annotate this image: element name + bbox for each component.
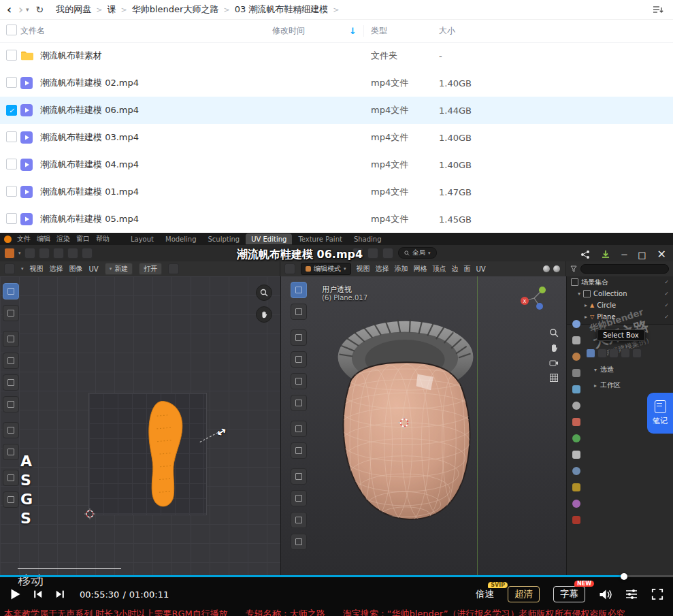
file-size: - xyxy=(432,51,507,61)
seek-bar[interactable] xyxy=(0,575,673,577)
breadcrumb-item-current[interactable]: 03 潮流帆布鞋精细建模 xyxy=(235,3,329,16)
file-size: 1.44GB xyxy=(432,106,507,116)
open-image-button: 打开 xyxy=(139,263,162,275)
prev-episode-button[interactable] xyxy=(32,589,44,600)
playback-speed-button[interactable]: 倍速 SVIP xyxy=(476,588,494,600)
shading-solid-icon xyxy=(543,265,550,272)
screencast-keys: AS GS xyxy=(20,452,33,528)
column-header-type[interactable]: 类型 xyxy=(364,25,432,37)
quality-button[interactable]: 超清 xyxy=(508,586,540,602)
fullscreen-icon[interactable] xyxy=(651,588,663,600)
tool-button xyxy=(291,490,307,506)
outliner-search-input xyxy=(580,264,669,274)
pin-icon xyxy=(168,263,179,274)
file-row-folder[interactable]: 潮流帆布鞋素材 文件夹 - xyxy=(0,42,673,69)
video-file-icon xyxy=(20,186,34,198)
file-size: 1.45GB xyxy=(432,214,507,225)
row-checkbox-checked[interactable]: ✓ xyxy=(6,105,17,116)
row-checkbox[interactable] xyxy=(6,186,17,197)
viewport-view-label: 用户透视 xyxy=(322,285,352,295)
file-name-link[interactable]: 潮流帆布鞋素材 xyxy=(40,50,102,62)
list-sort-icon[interactable] xyxy=(653,5,673,14)
svg-text:X: X xyxy=(523,299,527,304)
file-row[interactable]: 潮流帆布鞋建模 04.mp4 mp4文件 1.40GB xyxy=(0,151,673,178)
file-name-link[interactable]: 潮流帆布鞋建模 05.mp4 xyxy=(40,213,139,225)
viewport-stats: (6) Plane.017 xyxy=(322,294,367,302)
settings-sliders-icon[interactable] xyxy=(625,588,638,600)
workspace-tab-layout: Layout xyxy=(125,233,159,244)
outliner-header xyxy=(566,261,673,276)
column-header-name[interactable]: 文件名 xyxy=(20,25,262,37)
file-name-link[interactable]: 潮流帆布鞋建模 06.mp4 xyxy=(40,104,139,116)
file-row[interactable]: 潮流帆布鞋建模 01.mp4 mp4文件 1.47GB xyxy=(0,178,673,206)
player-top-icons: ─ □ ✕ xyxy=(580,249,666,260)
row-checkbox[interactable] xyxy=(6,77,17,88)
breadcrumb-item-root[interactable]: 我的网盘 xyxy=(56,3,91,16)
file-name-link[interactable]: 潮流帆布鞋建模 01.mp4 xyxy=(40,186,139,198)
file-row-selected[interactable]: ✓ 潮流帆布鞋建模 06.mp4 mp4文件 1.44GB xyxy=(0,97,673,124)
column-header-modified[interactable]: 修改时间 ↓ xyxy=(262,25,364,37)
maximize-icon[interactable]: □ xyxy=(638,250,646,259)
file-name-link[interactable]: 潮流帆布鞋建模 03.mp4 xyxy=(40,131,139,144)
seek-handle[interactable] xyxy=(621,573,627,580)
file-name-link[interactable]: 潮流帆布鞋建模 02.mp4 xyxy=(40,77,139,89)
file-name-link[interactable]: 潮流帆布鞋建模 04.mp4 xyxy=(40,159,139,171)
breadcrumb-separator: > xyxy=(333,5,339,14)
breadcrumb-item[interactable]: 华帅blender大师之路 xyxy=(132,3,219,16)
share-icon[interactable] xyxy=(580,250,590,259)
menu-render: 渲染 xyxy=(56,234,70,244)
outliner-item-circle: Circle xyxy=(597,302,616,309)
file-row[interactable]: 潮流帆布鞋建模 03.mp4 mp4文件 1.40GB xyxy=(0,124,673,151)
tool-button xyxy=(3,444,19,460)
video-file-icon xyxy=(20,77,34,89)
refresh-icon[interactable]: ↻ xyxy=(36,5,44,14)
close-icon[interactable]: ✕ xyxy=(657,249,666,260)
browser-toolbar: ‹ › ▾ ↻ 我的网盘 > 课 > 华帅blender大师之路 > 03 潮流… xyxy=(0,0,673,20)
uv-menu-uv: UV xyxy=(89,265,99,273)
total-duration: 01:00:11 xyxy=(129,589,169,600)
play-button[interactable] xyxy=(10,588,21,600)
history-dropdown-icon[interactable]: ▾ xyxy=(26,7,29,13)
file-row[interactable]: 潮流帆布鞋建模 05.mp4 mp4文件 1.45GB xyxy=(0,206,673,233)
outliner-item-collection: Collection xyxy=(593,290,627,297)
blender-logo-icon xyxy=(4,236,12,243)
select-all-checkbox[interactable] xyxy=(6,25,17,35)
forward-icon[interactable]: › xyxy=(18,4,23,16)
breadcrumb-item[interactable]: 课 xyxy=(108,3,116,16)
file-row[interactable]: 潮流帆布鞋建模 02.mp4 mp4文件 1.40GB xyxy=(0,69,673,97)
sort-desc-icon[interactable]: ↓ xyxy=(349,26,357,36)
uv-menu-select: 选择 xyxy=(50,264,63,274)
video-file-icon xyxy=(20,159,34,171)
minimize-icon[interactable]: ─ xyxy=(621,250,627,259)
vp-menu-vertex: 顶点 xyxy=(433,264,446,274)
video-player[interactable]: 文件 编辑 渲染 窗口 帮助 Layout Modeling Sculpting… xyxy=(0,233,673,616)
row-checkbox[interactable] xyxy=(6,213,17,224)
note-icon xyxy=(655,400,666,413)
row-checkbox[interactable] xyxy=(6,50,17,61)
subtitle-button[interactable]: 字幕 NEW xyxy=(553,586,585,602)
tool-button xyxy=(291,329,307,346)
file-table-header: 文件名 修改时间 ↓ 类型 大小 xyxy=(0,19,673,43)
file-type: mp4文件 xyxy=(364,159,432,171)
screencast-underline xyxy=(18,568,121,569)
vp-menu-uv: UV xyxy=(476,265,486,273)
next-episode-button[interactable] xyxy=(54,589,66,600)
file-size: 1.40GB xyxy=(432,78,507,88)
volume-icon[interactable] xyxy=(599,589,612,600)
scene-collection-icon xyxy=(571,278,578,286)
tool-button xyxy=(291,351,307,368)
tool-option-icons xyxy=(586,348,642,358)
row-checkbox[interactable] xyxy=(6,159,17,169)
row-checkbox[interactable] xyxy=(6,131,17,142)
back-icon[interactable]: ‹ xyxy=(7,4,12,16)
blender-main-area: AS GS ↔ xyxy=(0,276,673,575)
download-icon[interactable] xyxy=(601,250,610,259)
notes-button[interactable]: 笔记 xyxy=(647,393,673,434)
menu-file: 文件 xyxy=(17,234,31,244)
current-time: 00:55:30 xyxy=(80,589,119,600)
global-search-label: 全局 xyxy=(412,248,425,257)
video-title-overlay: 潮流帆布鞋建模 06.mp4 xyxy=(237,248,363,262)
zoom-icon xyxy=(256,285,272,301)
tool-button xyxy=(291,421,307,437)
column-header-size[interactable]: 大小 xyxy=(432,25,507,37)
